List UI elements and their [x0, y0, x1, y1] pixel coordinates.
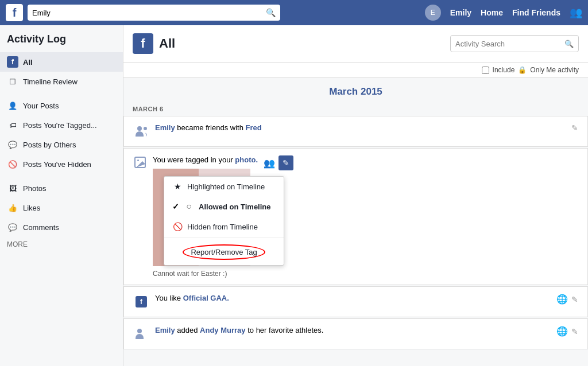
top-nav: f 🔍 E Emily Home Find Friends 👥: [0, 0, 588, 25]
search-icon: 🔍: [266, 8, 276, 17]
star-icon: ★: [172, 182, 183, 191]
dropdown-highlighted-label: Highlighted on Timeline: [187, 182, 265, 191]
comments-icon: 💬: [7, 221, 18, 233]
photo-caption: Cannot wait for Easter :): [153, 270, 258, 278]
tagged-photo-link[interactable]: photo.: [235, 155, 258, 164]
friends-activity-icon: [133, 123, 149, 139]
sidebar-item-posts-hidden[interactable]: 🚫 Posts You've Hidden: [0, 154, 123, 174]
nav-find-friends[interactable]: Find Friends: [512, 8, 560, 17]
friends-user-link[interactable]: Emily: [155, 123, 175, 132]
only-me-label: Only Me activity: [530, 66, 579, 74]
svg-point-1: [144, 127, 147, 130]
sidebar-item-photos[interactable]: 🖼 Photos: [0, 178, 123, 198]
include-bar: Include 🔒 Only Me activity: [123, 63, 588, 78]
report-tag-label: Report/Remove Tag: [183, 244, 265, 260]
tagged-people-icon: 👥: [264, 158, 275, 169]
activity-like-item: f You like Official GAA. 🌐 ✎: [123, 286, 588, 317]
main-layout: Activity Log f All ☐ Timeline Review 👤 Y…: [0, 25, 588, 366]
timeline-icon: ☐: [7, 76, 18, 87]
sidebar: Activity Log f All ☐ Timeline Review 👤 Y…: [0, 25, 123, 366]
search-input[interactable]: [32, 9, 266, 17]
include-only-me-checkbox[interactable]: [482, 67, 489, 74]
like-page-link[interactable]: Official GAA.: [183, 294, 229, 302]
tagged-edit-button[interactable]: ✎: [278, 155, 293, 170]
like-actions: 🌐 ✎: [556, 294, 578, 305]
dropdown-hidden-label: Hidden from Timeline: [187, 223, 258, 231]
avatar: E: [425, 5, 441, 21]
sidebar-label-photos: Photos: [23, 184, 46, 193]
activity-search-input[interactable]: [455, 40, 564, 48]
tagged-activity-icon: [133, 155, 147, 171]
month-header: March 2015: [123, 78, 588, 102]
sidebar-label-all: All: [23, 58, 33, 67]
sidebar-label-your-posts: Your Posts: [23, 102, 59, 110]
nav-right: E Emily Home Find Friends 👥: [425, 5, 582, 21]
nav-home[interactable]: Home: [481, 8, 503, 17]
athlete-activity-icon: [133, 326, 149, 342]
sidebar-item-your-posts[interactable]: 👤 Your Posts: [0, 96, 123, 115]
content-area: f All 🔍 Include 🔒 Only Me activity March…: [123, 25, 588, 366]
sidebar-item-posts-tagged[interactable]: 🏷 Posts You're Tagged...: [0, 115, 123, 135]
like-activity-content: You like Official GAA.: [155, 294, 551, 302]
speech-icon: 💬: [7, 139, 18, 150]
dropdown-divider: [164, 237, 284, 238]
sidebar-item-likes[interactable]: 👍 Likes: [0, 198, 123, 217]
activity-search-bar: 🔍: [450, 35, 579, 52]
sidebar-label-comments: Comments: [23, 223, 59, 232]
friends-target-link[interactable]: Fred: [246, 123, 262, 132]
date-label: MARCH 6: [123, 102, 588, 116]
friends-edit-icon[interactable]: ✎: [571, 123, 578, 133]
content-title: All: [159, 36, 175, 51]
activity-search-icon: 🔍: [564, 40, 574, 48]
photos-icon: 🖼: [7, 182, 18, 194]
dropdown-hidden[interactable]: 🚫 Hidden from Timeline: [164, 217, 284, 236]
athlete-edit-icon[interactable]: ✎: [571, 327, 578, 336]
dropdown-allowed-label: Allowed on Timeline: [199, 203, 270, 211]
sidebar-item-timeline-review[interactable]: ☐ Timeline Review: [0, 72, 123, 91]
tagged-photo-item: You were tagged in your photo. MY BUTT H…: [123, 148, 588, 285]
activity-friends-item: Emily became friends with Fred ✎: [123, 116, 588, 147]
hidden-timeline-icon: 🚫: [172, 222, 183, 231]
sidebar-label-posts-tagged: Posts You're Tagged...: [23, 121, 97, 130]
tagged-text: You were tagged in your: [153, 155, 235, 164]
friends-requests-icon[interactable]: 👥: [570, 6, 582, 19]
dropdown-report[interactable]: Report/Remove Tag: [164, 239, 284, 265]
nav-username[interactable]: Emily: [450, 8, 471, 17]
athlete-actions: 🌐 ✎: [556, 326, 578, 337]
sidebar-title: Activity Log: [0, 33, 123, 52]
friends-activity-content: Emily became friends with Fred: [155, 123, 566, 132]
dropdown-allowed[interactable]: ✓ ○ Allowed on Timeline: [164, 196, 284, 217]
circle-icon: ○: [184, 201, 194, 212]
sidebar-label-posts-hidden: Posts You've Hidden: [23, 160, 91, 169]
fb-like-icon: f: [136, 296, 147, 307]
athlete-globe-icon: 🌐: [556, 326, 568, 337]
sidebar-label-likes: Likes: [23, 204, 40, 212]
fb-small-icon: f: [7, 56, 18, 68]
sidebar-label-timeline: Timeline Review: [23, 77, 78, 86]
like-edit-icon[interactable]: ✎: [571, 295, 578, 304]
sidebar-label-posts-others: Posts by Others: [23, 141, 76, 149]
search-bar: 🔍: [28, 5, 280, 21]
like-text: You like: [155, 294, 181, 302]
athlete-activity-content: Emily added Andy Murray to her favorite …: [155, 326, 551, 334]
friends-actions: ✎: [571, 123, 578, 133]
athlete-target-link[interactable]: Andy Murray: [200, 326, 245, 334]
athlete-user-link[interactable]: Emily: [155, 326, 175, 334]
activity-athlete-item: Emily added Andy Murray to her favorite …: [123, 318, 588, 349]
sidebar-more[interactable]: MORE: [0, 237, 123, 252]
sidebar-item-all[interactable]: f All: [0, 52, 123, 72]
hidden-icon: 🚫: [7, 158, 18, 170]
fb-logo-nav: f: [6, 4, 23, 21]
likes-icon: 👍: [7, 202, 18, 213]
sidebar-item-posts-others[interactable]: 💬 Posts by Others: [0, 135, 123, 154]
sidebar-item-comments[interactable]: 💬 Comments: [0, 217, 123, 237]
content-header-left: f All: [133, 33, 175, 54]
content-fb-logo: f: [133, 33, 153, 54]
athlete-added-text: added: [177, 326, 200, 334]
like-globe-icon: 🌐: [556, 294, 568, 305]
lock-icon: 🔒: [518, 66, 527, 74]
dropdown-highlighted[interactable]: ★ Highlighted on Timeline: [164, 177, 284, 196]
user-icon: 👤: [7, 100, 18, 111]
svg-point-3: [137, 159, 139, 161]
include-label: Include: [493, 66, 515, 74]
